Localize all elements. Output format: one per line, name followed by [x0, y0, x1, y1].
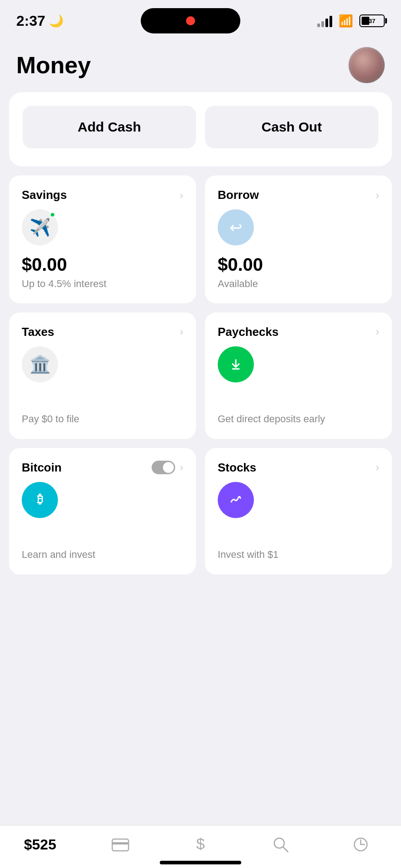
borrow-amount: $0.00	[218, 255, 379, 275]
record-dot	[186, 16, 195, 25]
status-bar: 2:37 🌙 📶 37	[0, 0, 401, 38]
savings-chevron-icon: ›	[180, 189, 183, 202]
signal-icon	[317, 14, 332, 27]
nav-home[interactable]: $525	[0, 836, 80, 853]
bitcoin-title: Bitcoin	[22, 461, 62, 475]
main-action-card: Add Cash Cash Out	[9, 92, 392, 166]
paychecks-icon-wrap	[218, 346, 254, 382]
svg-text:₿: ₿	[37, 492, 43, 506]
nav-history[interactable]	[321, 835, 401, 854]
stocks-chevron-icon: ›	[376, 461, 379, 474]
moon-icon: 🌙	[49, 14, 63, 28]
battery-level: 37	[369, 18, 375, 24]
nav-search[interactable]	[241, 835, 321, 854]
stocks-title: Stocks	[218, 461, 256, 475]
page-title: Money	[16, 52, 91, 79]
nav-dollar[interactable]: $	[160, 835, 240, 854]
airplane-icon: ✈️	[29, 217, 51, 237]
paychecks-chevron-icon: ›	[376, 326, 379, 338]
bitcoin-chevron-icon: ›	[180, 461, 183, 474]
status-time: 2:37 🌙	[16, 13, 63, 29]
nav-balance: $525	[24, 836, 56, 853]
borrow-subtitle: Available	[218, 278, 379, 291]
add-cash-button[interactable]: Add Cash	[23, 106, 196, 148]
paychecks-subtitle: Get direct deposits early	[218, 412, 379, 426]
history-icon	[351, 835, 371, 854]
borrow-card[interactable]: Borrow › ↩ $0.00 Available	[205, 175, 392, 303]
action-buttons: Add Cash Cash Out	[23, 106, 378, 148]
avatar-image	[348, 47, 385, 83]
status-indicators: 📶 37	[317, 14, 385, 28]
taxes-card-header: Taxes ›	[22, 325, 183, 339]
dynamic-island	[141, 8, 240, 33]
taxes-chevron-icon: ›	[180, 326, 183, 338]
borrow-card-header: Borrow ›	[218, 188, 379, 202]
wifi-icon: 📶	[339, 14, 353, 28]
savings-active-dot	[50, 212, 55, 217]
savings-title: Savings	[22, 188, 67, 202]
building-icon: 🏛️	[29, 354, 51, 374]
savings-icon-wrap: ✈️	[22, 209, 58, 245]
paychecks-title: Paychecks	[218, 325, 278, 339]
savings-card[interactable]: Savings › ✈️ $0.00 Up to 4.5% interest	[9, 175, 196, 303]
borrow-chevron-icon: ›	[376, 189, 379, 202]
bitcoin-card[interactable]: Bitcoin › ₿ Learn and invest	[9, 448, 196, 575]
download-icon	[227, 355, 245, 373]
battery-icon: 37	[359, 14, 385, 27]
bitcoin-toggle[interactable]	[152, 461, 175, 474]
cards-grid: Savings › ✈️ $0.00 Up to 4.5% interest B…	[0, 175, 401, 575]
stocks-card[interactable]: Stocks › Invest with $1	[205, 448, 392, 575]
home-indicator	[160, 861, 241, 864]
savings-subtitle: Up to 4.5% interest	[22, 278, 183, 291]
bitcoin-card-header: Bitcoin ›	[22, 461, 183, 475]
bitcoin-icon: ₿	[31, 491, 49, 509]
nav-card[interactable]	[80, 835, 160, 854]
paychecks-card-header: Paychecks ›	[218, 325, 379, 339]
svg-text:$: $	[196, 835, 205, 852]
search-icon	[271, 835, 291, 854]
time-display: 2:37	[16, 13, 45, 29]
bitcoin-subtitle: Learn and invest	[22, 548, 183, 562]
svg-line-9	[283, 847, 288, 852]
stocks-card-header: Stocks ›	[218, 461, 379, 475]
borrow-icon-wrap: ↩	[218, 209, 254, 245]
arrow-forward-icon: ↩	[229, 218, 242, 236]
stocks-subtitle: Invest with $1	[218, 548, 379, 562]
avatar[interactable]	[348, 47, 385, 83]
taxes-icon-wrap: 🏛️	[22, 346, 58, 382]
savings-card-header: Savings ›	[22, 188, 183, 202]
taxes-title: Taxes	[22, 325, 54, 339]
stocks-icon	[227, 491, 245, 509]
paychecks-card[interactable]: Paychecks › Get direct deposits early	[205, 312, 392, 439]
svg-rect-5	[112, 839, 129, 851]
cash-out-button[interactable]: Cash Out	[205, 106, 378, 148]
dollar-icon: $	[191, 835, 210, 854]
card-icon	[110, 835, 130, 854]
header: Money	[0, 38, 401, 92]
borrow-title: Borrow	[218, 188, 259, 202]
savings-amount: $0.00	[22, 255, 183, 275]
bitcoin-icon-wrap: ₿	[22, 482, 58, 518]
stocks-icon-wrap	[218, 482, 254, 518]
svg-rect-6	[112, 842, 129, 844]
taxes-subtitle: Pay $0 to file	[22, 412, 183, 426]
taxes-card[interactable]: Taxes › 🏛️ Pay $0 to file	[9, 312, 196, 439]
